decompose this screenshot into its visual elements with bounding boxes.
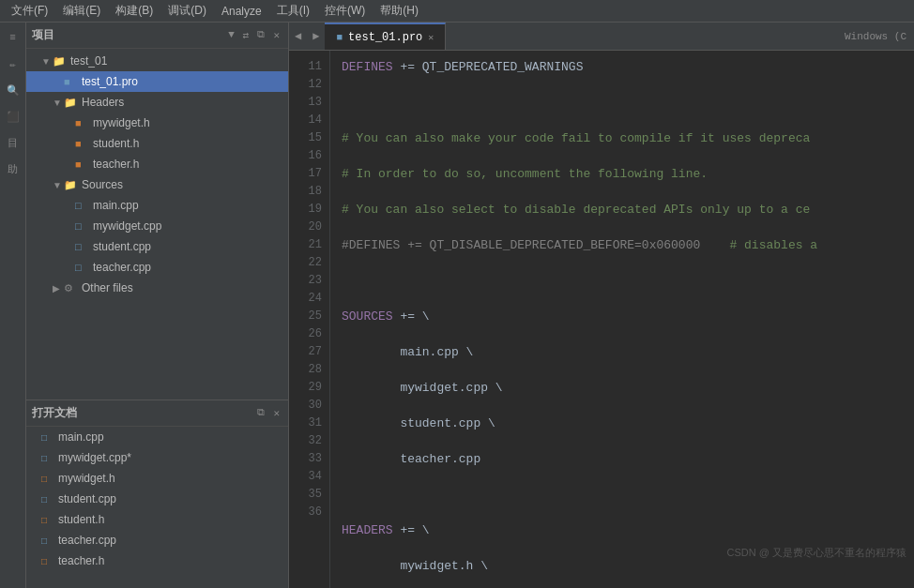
tree-label-teacher-h: teacher.h (93, 158, 139, 171)
sync-icon[interactable]: ⇄ (240, 28, 252, 42)
open-docs-panel-icons: ⧉ ✕ (254, 406, 282, 420)
menu-analyze[interactable]: Analyze (214, 3, 269, 20)
tree-label-student-h: student.h (93, 137, 139, 150)
code-line-24: HEADERS += \ (342, 521, 914, 539)
tab-bar: ◀ ▶ ■ test_01.pro ✕ Windows (C (289, 23, 914, 51)
tree-item-student-cpp[interactable]: □ student.cpp (26, 236, 288, 257)
open-docs-float-icon[interactable]: ⧉ (254, 406, 267, 420)
open-docs-close-icon[interactable]: ✕ (270, 406, 282, 420)
tree-item-teacher-h[interactable]: ■ teacher.h (26, 154, 288, 174)
activity-file-icon[interactable]: 目 (2, 131, 24, 154)
project-panel: 项目 ▼ ⇄ ⧉ ✕ ▼ 📁 test_01 ■ (26, 23, 288, 400)
code-line-14: # In order to do so, uncomment the follo… (342, 165, 914, 183)
code-line-20: mywidget.cpp \ (342, 379, 914, 397)
tab-close-btn[interactable]: ✕ (428, 32, 434, 43)
menu-help[interactable]: 帮助(H) (373, 1, 426, 21)
doc-label-teacher-h: teacher.h (58, 554, 104, 567)
tab-label: test_01.pro (348, 31, 422, 44)
tree-label-pro: test_01.pro (82, 75, 138, 88)
code-line-12 (342, 94, 914, 112)
doc-item-student-cpp[interactable]: □ student.cpp (26, 489, 288, 509)
doc-icon-main-cpp: □ (41, 432, 54, 443)
menubar: 文件(F) 编辑(E) 构建(B) 调试(D) Analyze 工具(I) 控件… (0, 0, 914, 23)
tree-item-headers[interactable]: ▼ 📁 Headers (26, 92, 288, 113)
doc-label-main-cpp: main.cpp (58, 430, 104, 444)
activity-locator-icon[interactable]: 🔍 (2, 79, 24, 101)
tree-item-main-cpp[interactable]: □ main.cpp (26, 195, 288, 216)
code-line-23 (342, 486, 914, 504)
code-line-18: SOURCES += \ (342, 308, 914, 325)
code-line-22: teacher.cpp (342, 450, 914, 468)
tree-item-mywidget-cpp[interactable]: □ mywidget.cpp (26, 216, 288, 236)
tree-item-teacher-cpp[interactable]: □ teacher.cpp (26, 257, 288, 278)
tree-label-sources: Sources (82, 178, 123, 191)
tree-label-headers: Headers (82, 96, 124, 109)
tree-item-other-files[interactable]: ▶ ⚙ Other files (26, 278, 288, 298)
tab-encoding-label: Windows (C (837, 31, 914, 42)
doc-item-main-cpp[interactable]: □ main.cpp (26, 427, 288, 447)
tab-file-icon: ■ (336, 32, 343, 43)
project-panel-header: 项目 ▼ ⇄ ⧉ ✕ (26, 23, 288, 49)
doc-icon-student-cpp: □ (41, 494, 54, 505)
tree-label-mywidget-h: mywidget.h (93, 116, 150, 129)
menu-tools[interactable]: 工具(I) (269, 1, 317, 21)
menu-controls[interactable]: 控件(W) (317, 1, 373, 21)
activity-edit-icon[interactable]: ✏ (2, 53, 24, 75)
code-line-13: # You can also make your code fail to co… (342, 129, 914, 147)
code-line-16: #DEFINES += QT_DISABLE_DEPRECATED_BEFORE… (342, 236, 914, 254)
doc-label-teacher-cpp: teacher.cpp (58, 534, 116, 547)
project-tree: ▼ 📁 test_01 ■ test_01.pro ▼ 📁 Headers (26, 49, 288, 300)
code-line-15: # You can also select to disable depreca… (342, 201, 914, 219)
editor-tab-pro[interactable]: ■ test_01.pro ✕ (325, 23, 446, 50)
doc-icon-mywidget-cpp: □ (41, 453, 54, 463)
activity-help-icon[interactable]: 助 (2, 158, 24, 180)
activity-bar: ≡ ✏ 🔍 ⬛ 目 助 (0, 23, 26, 588)
doc-icon-mywidget-h: □ (41, 474, 54, 484)
code-content[interactable]: DEFINES += QT_DEPRECATED_WARNINGS # You … (330, 51, 914, 588)
menu-edit[interactable]: 编辑(E) (55, 1, 108, 21)
activity-debug-icon[interactable]: ⬛ (2, 105, 24, 128)
code-line-11: DEFINES += QT_DEPRECATED_WARNINGS (342, 58, 914, 76)
left-panel: 项目 ▼ ⇄ ⧉ ✕ ▼ 📁 test_01 ■ (26, 23, 289, 588)
filter-icon[interactable]: ▼ (225, 28, 237, 42)
tree-label-mywidget-cpp: mywidget.cpp (93, 219, 161, 233)
tree-label-teacher-cpp: teacher.cpp (93, 261, 151, 274)
doc-item-teacher-h[interactable]: □ teacher.h (26, 550, 288, 571)
float-icon[interactable]: ⧉ (254, 28, 267, 42)
doc-item-teacher-cpp[interactable]: □ teacher.cpp (26, 530, 288, 550)
doc-icon-teacher-h: □ (41, 556, 54, 566)
doc-label-mywidget-cpp: mywidget.cpp* (58, 451, 131, 464)
tree-item-root[interactable]: ▼ 📁 test_01 (26, 51, 288, 71)
open-docs-list: □ main.cpp □ mywidget.cpp* □ mywidget.h … (26, 427, 288, 571)
line-numbers: 11 12 13 14 15 16 17 18 19 20 21 22 23 2… (289, 51, 330, 588)
doc-item-student-h[interactable]: □ student.h (26, 509, 288, 530)
tree-label-student-cpp: student.cpp (93, 240, 151, 253)
open-docs-title: 打开文档 (32, 405, 77, 421)
project-panel-title: 项目 (32, 27, 54, 43)
code-line-21: student.cpp \ (342, 415, 914, 432)
close-panel-icon[interactable]: ✕ (270, 28, 282, 42)
tree-item-pro[interactable]: ■ test_01.pro (26, 71, 288, 92)
doc-label-student-h: student.h (58, 513, 104, 526)
doc-label-student-cpp: student.cpp (58, 492, 116, 505)
menu-file[interactable]: 文件(F) (4, 1, 55, 21)
code-line-17 (342, 272, 914, 290)
tree-item-sources[interactable]: ▼ 📁 Sources (26, 174, 288, 195)
tree-item-student-h[interactable]: ■ student.h (26, 133, 288, 154)
doc-item-mywidget-h[interactable]: □ mywidget.h (26, 468, 288, 489)
doc-icon-student-h: □ (41, 515, 54, 525)
main-layout: ≡ ✏ 🔍 ⬛ 目 助 项目 ▼ ⇄ ⧉ ✕ ▼ 📁 (0, 23, 914, 588)
doc-item-mywidget-cpp[interactable]: □ mywidget.cpp* (26, 447, 288, 468)
tree-item-mywidget-h[interactable]: ■ mywidget.h (26, 113, 288, 133)
tab-nav-prev[interactable]: ◀ (289, 23, 307, 50)
open-docs-header: 打开文档 ⧉ ✕ (26, 400, 288, 427)
open-docs-panel: 打开文档 ⧉ ✕ □ main.cpp □ mywidget.cpp* □ my… (26, 400, 288, 588)
menu-build[interactable]: 构建(B) (108, 1, 160, 21)
menu-debug[interactable]: 调试(D) (160, 1, 214, 21)
tree-label-root: test_01 (70, 54, 107, 68)
tree-label-other-files: Other files (82, 281, 133, 294)
activity-project-icon[interactable]: ≡ (2, 26, 24, 49)
tab-nav-next[interactable]: ▶ (307, 23, 325, 50)
editor-area: ◀ ▶ ■ test_01.pro ✕ Windows (C 11 12 13 … (289, 23, 914, 588)
code-line-25: mywidget.h \ (342, 557, 914, 575)
